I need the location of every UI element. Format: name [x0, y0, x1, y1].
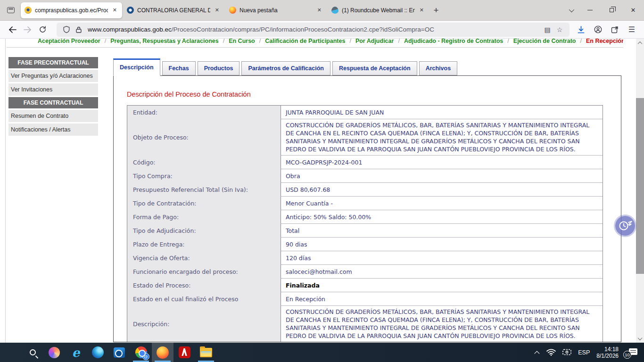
- tab-close-icon[interactable]: ✕: [214, 6, 221, 14]
- taskbar-outlook-button[interactable]: [108, 343, 130, 362]
- tray-overflow-chevron-icon[interactable]: [534, 351, 539, 356]
- close-window-button[interactable]: ✕: [622, 0, 644, 21]
- sidebar-item[interactable]: Ver Preguntas y/ó Aclaraciones: [8, 70, 98, 82]
- taskbar-firefox-button[interactable]: [152, 343, 173, 362]
- taskbar-acrobat-button[interactable]: [173, 343, 195, 362]
- sidebar-item[interactable]: Resumen de Contrato: [8, 110, 98, 122]
- field-label: Forma de Pago:: [127, 210, 281, 224]
- extension-button[interactable]: [607, 23, 622, 37]
- menu-button[interactable]: ☰: [624, 23, 639, 37]
- field-label: Tipo de Contratación:: [127, 197, 281, 210]
- taskbar-copilot-button[interactable]: [43, 343, 65, 362]
- scrollbar-thumb[interactable]: [636, 98, 644, 274]
- field-value: En Recepción: [281, 292, 603, 306]
- field-label: Estado en el cual finalizó el Proceso: [127, 292, 281, 306]
- notification-center-button[interactable]: 10: [628, 348, 637, 357]
- process-detail-panel: DescripciónFechasProductosParámetros de …: [113, 58, 621, 342]
- field-label: Estado del Proceso:: [127, 279, 281, 292]
- field-value: 90 dias: [281, 238, 603, 251]
- url-bar[interactable]: www.compraspublicas.gob.ec/ProcesoContra…: [57, 23, 570, 37]
- reader-mode-icon[interactable]: ▤: [541, 24, 553, 36]
- search-icon: [30, 349, 36, 355]
- clock-time: 14:18: [596, 346, 619, 353]
- content-tab[interactable]: Parámetros de Calificación: [241, 61, 330, 75]
- forward-arrow-icon: [24, 26, 32, 33]
- ie-icon: e: [72, 347, 80, 358]
- cast-icon[interactable]: [562, 349, 571, 356]
- scroll-down-button[interactable]: [636, 334, 644, 343]
- description-tab-panel: Descripción del Proceso de Contratación …: [113, 75, 621, 342]
- notification-count-badge: 10: [623, 351, 631, 359]
- browser-tab-title: Nueva pestaña: [239, 7, 313, 14]
- scroll-up-icon: [638, 41, 643, 46]
- phase-sidebar: FASE PRECONTRACTUALVer Preguntas y/ó Acl…: [8, 57, 98, 137]
- back-button[interactable]: [5, 23, 20, 37]
- scroll-up-button[interactable]: [636, 39, 644, 47]
- account-icon: [594, 25, 602, 33]
- restore-button[interactable]: [601, 0, 622, 21]
- tab-close-icon[interactable]: ✕: [316, 6, 323, 14]
- field-label: Descripción:: [127, 306, 281, 342]
- explorer-icon: [200, 348, 212, 357]
- taskbar-search-button[interactable]: [22, 343, 43, 362]
- list-all-tabs-button[interactable]: [563, 2, 579, 18]
- bookmark-star-icon[interactable]: ☆: [553, 24, 566, 36]
- tab-close-icon[interactable]: ✕: [111, 6, 118, 14]
- browser-tab[interactable]: compraspublicas.gob.ec/Proces✕: [21, 2, 122, 18]
- new-tab-button[interactable]: +: [429, 2, 443, 18]
- breadcrumb-link[interactable]: Adjudicado - Registro de Contratos: [404, 39, 503, 44]
- downloads-button[interactable]: [573, 23, 588, 37]
- field-label: Tipo de Adjudicación:: [127, 224, 281, 238]
- content-tab[interactable]: Descripción: [113, 58, 160, 76]
- browser-tab[interactable]: CONTRALORIA GENERAL DEL ES✕: [123, 2, 224, 18]
- field-label: Funcionario encargado del proceso:: [127, 265, 281, 279]
- taskbar-explorer-button[interactable]: [195, 343, 217, 362]
- breadcrumb-separator: /: [223, 39, 224, 44]
- sidebar-item[interactable]: Ver Invitaciones: [8, 83, 98, 96]
- taskbar-edge-button[interactable]: [87, 343, 108, 362]
- content-tab[interactable]: Respuesta de Aceptación: [332, 61, 417, 75]
- tab-close-icon[interactable]: ✕: [418, 6, 425, 14]
- edge-icon: [92, 346, 104, 358]
- page-title: Descripción del Proceso de Contratación: [127, 90, 621, 98]
- field-value: saloceci@hotmail.com: [281, 265, 603, 279]
- taskbar-clock[interactable]: 14:18 8/1/2026: [596, 346, 619, 359]
- taskbar-start-button[interactable]: [0, 343, 22, 362]
- taskbar-chrome-button[interactable]: @: [130, 343, 152, 362]
- taskbar-ie-button[interactable]: e: [65, 343, 87, 362]
- process-fields-table: Entidad:JUNTA PARROQUIAL DE SAN JUANObje…: [127, 105, 603, 342]
- roundcube-favicon-icon: [331, 7, 339, 14]
- content-tab[interactable]: Productos: [198, 61, 240, 75]
- minimize-button[interactable]: [579, 0, 601, 21]
- browser-tab[interactable]: Nueva pestaña✕: [225, 2, 327, 18]
- url-text: www.compraspublicas.gob.ec/ProcesoContra…: [88, 26, 541, 33]
- breadcrumb-link[interactable]: En Curso: [229, 39, 255, 44]
- chevron-down-icon: [569, 7, 574, 12]
- breadcrumb-link[interactable]: Calificación de Participantes: [265, 39, 345, 44]
- timer-extension-button[interactable]: [615, 216, 635, 236]
- breadcrumb-link[interactable]: Aceptación Proveedor: [38, 39, 100, 44]
- content-tab[interactable]: Fechas: [162, 61, 196, 75]
- reload-button[interactable]: [35, 23, 50, 37]
- account-button[interactable]: [590, 23, 605, 37]
- sidebar-item[interactable]: Notificaciones / Alertas: [8, 123, 98, 136]
- breadcrumb-separator: /: [398, 39, 399, 44]
- forward-button[interactable]: [20, 23, 35, 37]
- lock-icon[interactable]: [73, 24, 85, 36]
- breadcrumb-link[interactable]: Preguntas, Respuestas y Aclaraciones: [110, 39, 219, 44]
- back-arrow-icon: [8, 26, 17, 33]
- wifi-icon[interactable]: [546, 349, 556, 356]
- breadcrumb-link[interactable]: Por Adjudicar: [355, 39, 394, 44]
- language-indicator[interactable]: ESP: [578, 349, 590, 356]
- copilot-icon: [49, 347, 60, 358]
- field-label: Objeto de Proceso:: [127, 119, 281, 156]
- breadcrumb-link[interactable]: Ejecución de Contrato: [513, 39, 576, 44]
- clock-date: 8/1/2026: [596, 353, 619, 359]
- taskbar-apps: e@: [0, 343, 217, 362]
- page-scrollbar[interactable]: [636, 39, 644, 343]
- sidebar-toggle-button[interactable]: [3, 2, 19, 18]
- content-tab[interactable]: Archivos: [419, 61, 458, 75]
- sidebar-section-header: FASE PRECONTRACTUAL: [8, 57, 98, 68]
- browser-tab[interactable]: (1) Roundcube Webmail :: Entra✕: [328, 2, 429, 18]
- tracking-shield-icon[interactable]: [60, 24, 73, 36]
